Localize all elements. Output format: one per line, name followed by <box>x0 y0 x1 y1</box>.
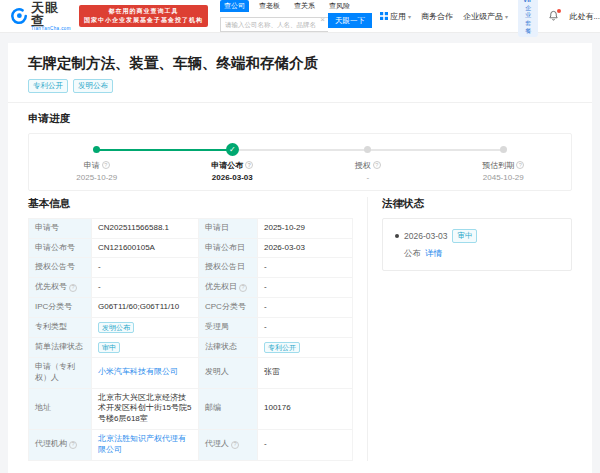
accepting-office: - <box>258 318 352 337</box>
info-icon[interactable]: ? <box>231 441 239 449</box>
step-done-dot <box>93 146 100 153</box>
vip-badge[interactable]: VIP 企业套餐 <box>518 0 538 37</box>
agency-link[interactable]: 北京法胜知识产权代理有限公司 <box>98 434 192 456</box>
tianyancha-logo[interactable]: 天眼查 TianYanCha.com <box>10 1 71 32</box>
row-label: 专利类型 <box>29 318 91 337</box>
logo-name: 天眼查 <box>31 1 71 27</box>
step-date: - <box>366 173 369 182</box>
info-icon[interactable]: ? <box>69 441 77 449</box>
row-label: 受理局 <box>199 318 257 337</box>
row-label: 申请日 <box>199 219 257 238</box>
patent-card: 车牌定制方法、装置、车辆、终端和存储介质 专利公开 发明公布 申请进度 申请? … <box>8 43 592 473</box>
nav-business-cooperation[interactable]: 商务合作 <box>421 11 453 22</box>
nav-enterprise-products[interactable]: 企业级产品 ▾ <box>463 11 508 22</box>
step-pending-dot <box>500 146 507 153</box>
legal-status-item: 2026-03-03 审中 <box>395 229 559 243</box>
timeline-step-publication: ✓ 申请公布? 2026-03-03 <box>165 143 301 182</box>
chevron-down-icon: ▾ <box>505 13 508 20</box>
user-menu[interactable]: 此处有... ▾ <box>569 11 600 22</box>
row-label: 授权公告日 <box>199 258 257 277</box>
legal-status-badge: 专利公开 <box>264 342 300 353</box>
row-label: 代理机构? <box>29 430 91 460</box>
step-date: 2026-03-03 <box>212 173 253 182</box>
simple-legal-status: 审中 <box>92 338 198 357</box>
progress-timeline: 申请? 2025-10-29 ✓ 申请公布? 2026-03-03 授权? - … <box>28 133 572 191</box>
header-search: 查公司 查老板 查关系 查风险 × 天眼一下 <box>220 0 372 32</box>
timeline-step-application: 申请? 2025-10-29 <box>29 143 165 182</box>
info-icon[interactable]: ? <box>69 284 77 292</box>
row-label: IPC分类号 <box>29 298 91 317</box>
row-label: 授权公告号 <box>29 258 91 277</box>
legal-status-box: 2026-03-03 审中 公布 详情 <box>382 218 572 271</box>
application-date: 2025-10-29 <box>258 219 352 238</box>
notification-bell-icon[interactable] <box>548 10 559 23</box>
info-icon[interactable]: ? <box>239 284 247 292</box>
search-button[interactable]: 天眼一下 <box>328 13 372 28</box>
step-date: 2025-10-29 <box>76 173 117 182</box>
row-label: 优先权日? <box>199 278 257 297</box>
top-header: 天眼查 TianYanCha.com 都在用的商业查询工具 国家中小企业发展基金… <box>0 0 600 33</box>
applicant: 小米汽车科技有限公司 <box>92 358 198 388</box>
search-tab-relation[interactable]: 查关系 <box>290 0 319 12</box>
grant-number: - <box>92 258 198 277</box>
row-label: 申请公布号 <box>29 239 91 258</box>
status-badge-invention-publication: 发明公布 <box>73 79 113 93</box>
status-badge-patent-public: 专利公开 <box>28 79 68 93</box>
inventor: 张雷 <box>258 358 352 388</box>
pending-badge: 审中 <box>98 342 120 353</box>
section-title-basic-info: 基本信息 <box>28 197 353 211</box>
vip-badge-line2: 企业套餐 <box>523 5 533 36</box>
info-icon[interactable]: ? <box>516 161 524 169</box>
row-label: 发明人 <box>199 358 257 388</box>
step-label: 申请公布 <box>211 160 243 171</box>
search-tab-boss[interactable]: 查老板 <box>255 0 284 12</box>
vip-badge-line1: VIP <box>523 0 533 5</box>
search-input[interactable] <box>220 17 328 32</box>
row-label: 申请公布日 <box>199 239 257 258</box>
ipc-classification: G06T11/60;G06T11/10 <box>92 298 198 317</box>
step-current-dot: ✓ <box>226 143 239 156</box>
timeline-step-grant: 授权? - <box>300 143 436 182</box>
agency: 北京法胜知识产权代理有限公司 <box>92 430 198 460</box>
chevron-down-icon: ▾ <box>408 13 411 20</box>
basic-info-table: 申请号 CN202511566588.1 申请日 2025-10-29 申请公布… <box>28 218 353 461</box>
legal-status-date: 2026-03-03 <box>404 231 447 241</box>
step-label: 授权 <box>355 160 371 171</box>
header-nav: 应用 ▾ 商务合作 企业级产品 ▾ VIP 企业套餐 此处有... ▾ <box>380 0 600 37</box>
slogan-line-1: 都在用的商业查询工具 <box>84 7 203 16</box>
legal-status-detail-link[interactable]: 详情 <box>425 248 442 260</box>
search-tab-risk[interactable]: 查风险 <box>325 0 354 12</box>
basic-info-section: 基本信息 申请号 CN202511566588.1 申请日 2025-10-29… <box>28 197 367 461</box>
step-label: 预估到期 <box>482 160 514 171</box>
user-name: 此处有... <box>569 11 600 22</box>
info-icon[interactable]: ? <box>245 161 253 169</box>
application-progress-section: 申请进度 申请? 2025-10-29 ✓ 申请公布? 2026-03-03 授… <box>8 103 592 197</box>
nav-apps-label: 应用 <box>390 11 406 22</box>
legal-status-value: 专利公开 <box>258 338 352 357</box>
applicant-link[interactable]: 小米汽车科技有限公司 <box>98 367 178 378</box>
patent-type: 发明公布 <box>92 318 198 337</box>
info-icon[interactable]: ? <box>373 161 381 169</box>
grant-date: - <box>258 258 352 277</box>
logo-domain: TianYanCha.com <box>31 27 71 32</box>
brand-slogan-banner: 都在用的商业查询工具 国家中小企业发展基金子基金投了机构 <box>79 5 208 28</box>
tianyancha-logo-icon <box>10 7 28 25</box>
legal-status-action: 公布 <box>404 248 421 260</box>
search-tab-company[interactable]: 查公司 <box>220 0 249 12</box>
row-label: 邮编 <box>199 389 257 429</box>
check-icon: ✓ <box>229 145 236 154</box>
nav-cooperation-label: 商务合作 <box>421 11 453 22</box>
row-label: CPC分类号 <box>199 298 257 317</box>
info-icon[interactable]: ? <box>102 161 110 169</box>
step-pending-dot <box>364 146 371 153</box>
nav-products-label: 企业级产品 <box>463 11 503 22</box>
row-label: 申请（专利权）人 <box>29 358 91 388</box>
cpc-classification: - <box>258 298 352 317</box>
clear-search-icon[interactable]: × <box>320 15 325 24</box>
slogan-line-2: 国家中小企业发展基金子基金投了机构 <box>84 16 203 25</box>
priority-date: - <box>258 278 352 297</box>
nav-apps[interactable]: 应用 ▾ <box>380 11 411 22</box>
row-label: 代理人? <box>199 430 257 460</box>
apps-grid-icon <box>380 12 388 20</box>
search-tabs: 查公司 查老板 查关系 查风险 <box>220 0 372 12</box>
